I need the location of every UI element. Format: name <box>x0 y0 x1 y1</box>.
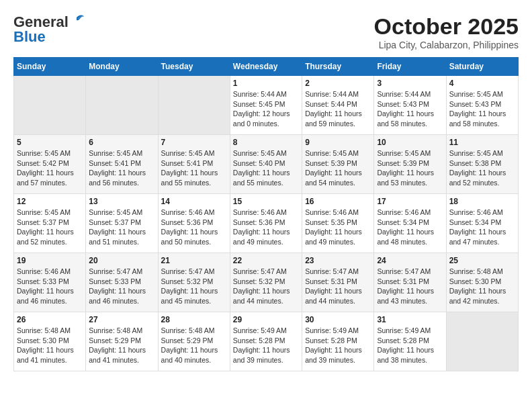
day-cell: 14Sunrise: 5:46 AMSunset: 5:36 PMDayligh… <box>158 194 230 253</box>
day-info: Sunrise: 5:49 AMSunset: 5:28 PMDaylight:… <box>377 326 443 365</box>
day-info: Sunrise: 5:49 AMSunset: 5:28 PMDaylight:… <box>305 326 371 365</box>
day-cell: 31Sunrise: 5:49 AMSunset: 5:28 PMDayligh… <box>374 312 446 371</box>
day-number: 15 <box>233 197 299 206</box>
day-cell: 16Sunrise: 5:46 AMSunset: 5:35 PMDayligh… <box>302 194 374 253</box>
day-cell: 17Sunrise: 5:46 AMSunset: 5:34 PMDayligh… <box>374 194 446 253</box>
day-info: Sunrise: 5:46 AMSunset: 5:34 PMDaylight:… <box>377 208 443 247</box>
day-info: Sunrise: 5:45 AMSunset: 5:41 PMDaylight:… <box>161 148 227 188</box>
day-cell: 24Sunrise: 5:47 AMSunset: 5:31 PMDayligh… <box>374 253 446 312</box>
day-number: 26 <box>17 315 83 324</box>
day-number: 20 <box>89 256 154 265</box>
day-number: 13 <box>89 197 154 206</box>
day-info: Sunrise: 5:45 AMSunset: 5:43 PMDaylight:… <box>449 89 515 129</box>
day-number: 18 <box>449 197 515 206</box>
day-number: 24 <box>377 256 443 265</box>
day-info: Sunrise: 5:45 AMSunset: 5:39 PMDaylight:… <box>305 148 371 188</box>
day-number: 19 <box>17 256 83 265</box>
day-info: Sunrise: 5:46 AMSunset: 5:35 PMDaylight:… <box>305 208 371 247</box>
day-info: Sunrise: 5:49 AMSunset: 5:28 PMDaylight:… <box>233 326 299 365</box>
week-row-3: 12Sunrise: 5:45 AMSunset: 5:37 PMDayligh… <box>14 194 519 253</box>
title-block: October 2025 Lipa City, Calabarzon, Phil… <box>374 13 519 50</box>
day-cell: 25Sunrise: 5:48 AMSunset: 5:30 PMDayligh… <box>446 253 518 312</box>
day-info: Sunrise: 5:47 AMSunset: 5:31 PMDaylight:… <box>305 267 371 306</box>
day-number: 21 <box>161 256 227 265</box>
day-info: Sunrise: 5:48 AMSunset: 5:29 PMDaylight:… <box>89 326 154 365</box>
day-info: Sunrise: 5:45 AMSunset: 5:40 PMDaylight:… <box>233 148 299 188</box>
day-cell: 10Sunrise: 5:45 AMSunset: 5:39 PMDayligh… <box>374 135 446 194</box>
day-number: 6 <box>89 138 154 147</box>
week-row-1: 1Sunrise: 5:44 AMSunset: 5:45 PMDaylight… <box>14 76 519 135</box>
day-cell: 26Sunrise: 5:48 AMSunset: 5:30 PMDayligh… <box>14 312 86 371</box>
day-number: 9 <box>305 138 371 147</box>
day-cell: 3Sunrise: 5:44 AMSunset: 5:43 PMDaylight… <box>374 76 446 135</box>
day-number: 11 <box>449 138 515 147</box>
day-info: Sunrise: 5:45 AMSunset: 5:39 PMDaylight:… <box>377 148 443 188</box>
day-number: 1 <box>233 79 299 88</box>
weekday-header-sunday: Sunday <box>14 58 86 76</box>
day-number: 27 <box>89 315 154 324</box>
day-number: 29 <box>233 315 299 324</box>
day-cell: 22Sunrise: 5:47 AMSunset: 5:32 PMDayligh… <box>230 253 302 312</box>
day-info: Sunrise: 5:47 AMSunset: 5:31 PMDaylight:… <box>377 267 443 306</box>
day-number: 10 <box>377 138 443 147</box>
day-cell: 1Sunrise: 5:44 AMSunset: 5:45 PMDaylight… <box>230 76 302 135</box>
week-row-4: 19Sunrise: 5:46 AMSunset: 5:33 PMDayligh… <box>14 253 519 312</box>
day-info: Sunrise: 5:48 AMSunset: 5:29 PMDaylight:… <box>161 326 227 365</box>
day-number: 3 <box>377 79 443 88</box>
day-cell <box>446 312 518 371</box>
week-row-2: 5Sunrise: 5:45 AMSunset: 5:42 PMDaylight… <box>14 135 519 194</box>
day-info: Sunrise: 5:48 AMSunset: 5:30 PMDaylight:… <box>17 326 83 365</box>
logo: General Blue <box>13 13 85 46</box>
day-info: Sunrise: 5:46 AMSunset: 5:34 PMDaylight:… <box>449 208 515 247</box>
day-number: 30 <box>305 315 371 324</box>
day-cell: 19Sunrise: 5:46 AMSunset: 5:33 PMDayligh… <box>14 253 86 312</box>
day-number: 5 <box>17 138 83 147</box>
weekday-header-wednesday: Wednesday <box>230 58 302 76</box>
day-number: 14 <box>161 197 227 206</box>
day-cell <box>158 76 230 135</box>
day-info: Sunrise: 5:47 AMSunset: 5:32 PMDaylight:… <box>161 267 227 306</box>
day-info: Sunrise: 5:48 AMSunset: 5:30 PMDaylight:… <box>449 267 515 306</box>
day-info: Sunrise: 5:46 AMSunset: 5:36 PMDaylight:… <box>161 208 227 247</box>
day-number: 4 <box>449 79 515 88</box>
day-cell: 30Sunrise: 5:49 AMSunset: 5:28 PMDayligh… <box>302 312 374 371</box>
day-info: Sunrise: 5:45 AMSunset: 5:38 PMDaylight:… <box>449 148 515 188</box>
day-cell: 5Sunrise: 5:45 AMSunset: 5:42 PMDaylight… <box>14 135 86 194</box>
day-number: 8 <box>233 138 299 147</box>
day-number: 12 <box>17 197 83 206</box>
calendar-body: 1Sunrise: 5:44 AMSunset: 5:45 PMDaylight… <box>14 76 519 371</box>
weekday-header-monday: Monday <box>86 58 158 76</box>
day-number: 22 <box>233 256 299 265</box>
weekday-header-row: SundayMondayTuesdayWednesdayThursdayFrid… <box>14 58 519 76</box>
day-cell: 23Sunrise: 5:47 AMSunset: 5:31 PMDayligh… <box>302 253 374 312</box>
day-cell: 13Sunrise: 5:45 AMSunset: 5:37 PMDayligh… <box>86 194 158 253</box>
day-info: Sunrise: 5:45 AMSunset: 5:37 PMDaylight:… <box>89 208 154 247</box>
day-cell: 2Sunrise: 5:44 AMSunset: 5:44 PMDaylight… <box>302 76 374 135</box>
day-cell: 4Sunrise: 5:45 AMSunset: 5:43 PMDaylight… <box>446 76 518 135</box>
day-info: Sunrise: 5:46 AMSunset: 5:36 PMDaylight:… <box>233 208 299 247</box>
day-info: Sunrise: 5:45 AMSunset: 5:37 PMDaylight:… <box>17 208 83 247</box>
day-cell <box>86 76 158 135</box>
day-cell <box>14 76 86 135</box>
day-cell: 7Sunrise: 5:45 AMSunset: 5:41 PMDaylight… <box>158 135 230 194</box>
page-header: General Blue October 2025 Lipa City, Cal… <box>13 13 519 50</box>
day-cell: 18Sunrise: 5:46 AMSunset: 5:34 PMDayligh… <box>446 194 518 253</box>
day-cell: 15Sunrise: 5:46 AMSunset: 5:36 PMDayligh… <box>230 194 302 253</box>
day-cell: 20Sunrise: 5:47 AMSunset: 5:33 PMDayligh… <box>86 253 158 312</box>
page-title: October 2025 <box>374 13 519 40</box>
day-number: 23 <box>305 256 371 265</box>
calendar-header: SundayMondayTuesdayWednesdayThursdayFrid… <box>14 58 519 76</box>
day-cell: 28Sunrise: 5:48 AMSunset: 5:29 PMDayligh… <box>158 312 230 371</box>
day-cell: 21Sunrise: 5:47 AMSunset: 5:32 PMDayligh… <box>158 253 230 312</box>
day-cell: 9Sunrise: 5:45 AMSunset: 5:39 PMDaylight… <box>302 135 374 194</box>
calendar-table: SundayMondayTuesdayWednesdayThursdayFrid… <box>13 57 519 371</box>
day-cell: 27Sunrise: 5:48 AMSunset: 5:29 PMDayligh… <box>86 312 158 371</box>
day-number: 25 <box>449 256 515 265</box>
day-cell: 12Sunrise: 5:45 AMSunset: 5:37 PMDayligh… <box>14 194 86 253</box>
day-number: 31 <box>377 315 443 324</box>
day-number: 17 <box>377 197 443 206</box>
day-info: Sunrise: 5:47 AMSunset: 5:32 PMDaylight:… <box>233 267 299 306</box>
day-number: 7 <box>161 138 227 147</box>
logo-bird-icon <box>70 14 85 26</box>
weekday-header-saturday: Saturday <box>446 58 518 76</box>
